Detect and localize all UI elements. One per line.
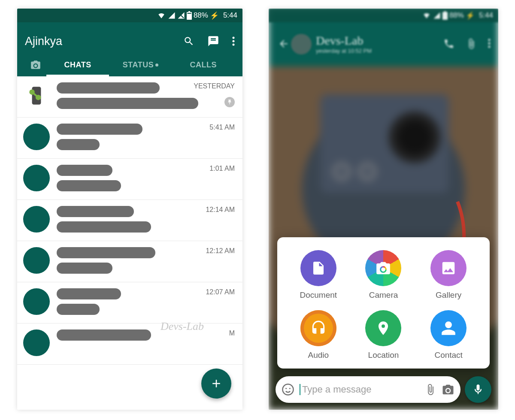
back-icon[interactable]: [276, 38, 291, 49]
svg-point-13: [488, 42, 491, 45]
camera-icon[interactable]: [442, 383, 454, 396]
charging-icon: ⚡: [210, 11, 219, 20]
chat-avatar[interactable]: [23, 247, 50, 274]
chat-time: M: [229, 329, 235, 337]
chat-row[interactable]: 12:07 AM: [17, 282, 242, 323]
wifi-icon: [157, 12, 166, 19]
tab-bar: CHATS STATUS CALLS: [25, 53, 235, 76]
status-dot-icon: [155, 63, 158, 66]
attach-document[interactable]: Document: [286, 250, 351, 300]
attach-icon[interactable]: [466, 38, 477, 49]
chat-preview: [57, 164, 235, 191]
attach-icon[interactable]: [424, 384, 436, 396]
chat-avatar[interactable]: [23, 165, 50, 191]
chat-time: YESTERDAY: [194, 82, 235, 90]
signal-icon: [168, 12, 176, 19]
svg-rect-2: [188, 11, 190, 12]
battery-icon: [442, 11, 448, 20]
mic-icon: [472, 384, 484, 396]
chat-time: 12:14 AM: [206, 206, 235, 214]
svg-point-15: [382, 267, 386, 272]
chat-row[interactable]: 12:14 AM: [17, 200, 242, 241]
attach-contact[interactable]: Contact: [416, 310, 481, 360]
svg-point-5: [233, 40, 235, 42]
chat-preview: [57, 329, 235, 345]
signal-icon: [433, 12, 441, 19]
attach-location[interactable]: Location: [351, 310, 416, 360]
camera-icon: [30, 59, 41, 70]
tab-calls[interactable]: CALLS: [172, 53, 235, 76]
attach-audio[interactable]: Audio: [286, 310, 351, 360]
plus-icon: [210, 377, 223, 390]
chat-avatar[interactable]: [23, 288, 50, 315]
svg-point-17: [285, 388, 287, 389]
voice-message-button[interactable]: [465, 376, 491, 403]
chat-list: YESTERDAY5:41 AM1:01 AM12:14 AM12:12 AM1…: [17, 76, 242, 365]
wifi-icon: [422, 12, 431, 19]
svg-point-14: [488, 46, 491, 48]
chat-time: 1:01 AM: [209, 165, 235, 172]
svg-rect-3: [187, 13, 191, 14]
headphones-icon: [310, 320, 327, 336]
svg-point-16: [283, 384, 294, 395]
chat-avatar[interactable]: [23, 329, 50, 356]
svg-rect-10: [442, 12, 448, 20]
tab-camera[interactable]: [25, 59, 46, 70]
status-bar-right: 88% ⚡ 5:44: [269, 9, 498, 22]
location-icon: [375, 320, 391, 336]
chat-row[interactable]: 1:01 AM: [17, 159, 242, 200]
contact-name: Devs-Lab: [316, 34, 372, 48]
no-sim-icon: [177, 12, 185, 19]
new-message-fab[interactable]: [201, 369, 231, 399]
person-icon: [440, 320, 457, 336]
chat-avatar[interactable]: [23, 124, 50, 150]
chat-time: 12:12 AM: [206, 247, 235, 255]
pin-icon: [224, 97, 235, 107]
last-seen: yesterday at 10:52 PM: [316, 48, 372, 54]
chat-row[interactable]: M: [17, 323, 242, 365]
svg-point-12: [488, 39, 491, 41]
chat-avatar[interactable]: [23, 82, 50, 109]
message-input-bar: Type a message: [276, 376, 491, 403]
attach-camera[interactable]: Camera: [351, 250, 416, 300]
tab-chats[interactable]: CHATS: [46, 53, 109, 76]
chat-preview: [57, 123, 235, 150]
call-icon[interactable]: [443, 38, 454, 49]
battery-icon: [187, 11, 192, 20]
svg-point-18: [289, 388, 291, 389]
contact-avatar[interactable]: [291, 34, 312, 54]
svg-rect-11: [444, 11, 446, 12]
search-icon[interactable]: [183, 36, 194, 47]
svg-point-6: [233, 44, 235, 46]
new-chat-icon[interactable]: [207, 35, 219, 47]
emoji-icon[interactable]: [282, 383, 294, 396]
watermark: Devs-Lab: [161, 320, 204, 333]
clock: 5:44: [223, 11, 237, 20]
phone-attachment: 88% ⚡ 5:44 Devs-Lab yesterday at 10:52 P…: [269, 9, 498, 410]
chat-row[interactable]: 5:41 AM: [17, 118, 242, 159]
chat-time: 12:07 AM: [206, 288, 235, 296]
attachment-sheet: Document Camera Gallery Audio Location C…: [277, 237, 490, 369]
gallery-icon: [440, 260, 457, 276]
more-icon[interactable]: [488, 38, 491, 48]
battery-percent: 88%: [194, 11, 208, 20]
camera-icon: [375, 260, 391, 276]
chat-time: 5:41 AM: [209, 124, 235, 131]
chat-avatar[interactable]: [23, 206, 50, 233]
phone-chat-list: 88% ⚡ 5:44 Ajinkya CHATS STATUS CALLS YE…: [17, 9, 242, 410]
chat-row[interactable]: YESTERDAY: [17, 76, 242, 118]
more-icon[interactable]: [232, 36, 235, 46]
chat-header[interactable]: Devs-Lab yesterday at 10:52 PM: [269, 22, 498, 65]
attach-gallery[interactable]: Gallery: [416, 250, 481, 300]
status-bar: 88% ⚡ 5:44: [17, 9, 242, 22]
message-placeholder: Type a message: [300, 384, 419, 395]
message-input[interactable]: Type a message: [276, 376, 460, 403]
document-icon: [311, 260, 326, 276]
app-title: Ajinkya: [25, 35, 183, 48]
app-bar: Ajinkya CHATS STATUS CALLS: [17, 22, 242, 76]
tab-status[interactable]: STATUS: [109, 53, 172, 76]
chat-row[interactable]: 12:12 AM: [17, 241, 242, 282]
svg-point-4: [233, 37, 235, 39]
